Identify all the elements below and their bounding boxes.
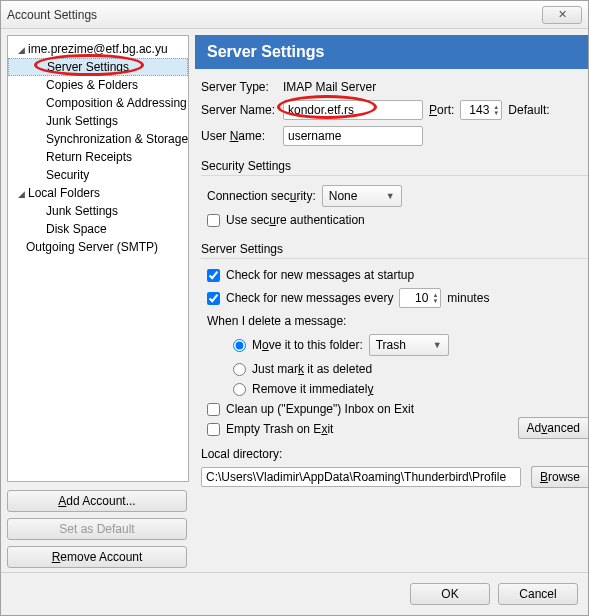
security-section: Connection security: None▼ Use secure au… [201,175,588,232]
account-settings-dialog: Account Settings ✕ ◢ime.prezime@etf.bg.a… [0,0,589,616]
check-startup-checkbox[interactable] [207,269,220,282]
mark-deleted-radio[interactable] [233,363,246,376]
account-email: ime.prezime@etf.bg.ac.yu [28,42,168,56]
move-folder-radio[interactable] [233,339,246,352]
trash-folder-select[interactable]: Trash▼ [369,334,449,356]
window-title: Account Settings [7,8,97,22]
remove-account-button[interactable]: Remove Account [7,546,187,568]
minutes-spinner[interactable]: ▲▼ [399,288,441,308]
port-spinner[interactable]: ▲▼ [460,100,502,120]
tree-account-root[interactable]: ◢ime.prezime@etf.bg.ac.yu [8,40,188,58]
check-every-checkbox[interactable] [207,292,220,305]
chevron-down-icon: ▼ [433,340,442,350]
local-dir-label: Local directory: [195,441,588,463]
port-input[interactable] [461,103,491,117]
tree-item-junk[interactable]: Junk Settings [8,112,188,130]
tree-item-copies-folders[interactable]: Copies & Folders [8,76,188,94]
row-empty-trash: Empty Trash on Exit [207,419,518,439]
row-server-type: Server Type: IMAP Mail Server [195,77,588,97]
row-mark-deleted: Just mark it as deleted [233,359,588,379]
row-secure-auth: Use secure authentication [207,210,588,230]
titlebar: Account Settings ✕ [1,1,588,29]
browse-button[interactable]: Browse [531,466,588,488]
tree-local-folders-root[interactable]: ◢Local Folders [8,184,188,202]
tree-item-return-receipts[interactable]: Return Receipts [8,148,188,166]
empty-trash-checkbox[interactable] [207,423,220,436]
window-close-button[interactable]: ✕ [542,6,582,24]
server-section-label: Server Settings [195,232,588,258]
panel-header: Server Settings [195,35,588,69]
server-type-label: Server Type: [201,80,277,94]
remove-immediately-label: Remove it immediately [252,382,373,396]
row-remove-immediately: Remove it immediately [233,379,588,399]
account-tree[interactable]: ◢ime.prezime@etf.bg.ac.yu Server Setting… [7,35,189,482]
spinner-arrows-icon[interactable]: ▲▼ [430,292,440,304]
settings-panel: Server Settings Server Type: IMAP Mail S… [195,35,588,572]
row-check-every: Check for new messages every ▲▼ minutes [207,285,588,311]
conn-sec-label: Connection security: [207,189,316,203]
check-every-label-pre: Check for new messages every [226,291,393,305]
collapse-icon: ◢ [18,45,26,55]
mark-deleted-label: Just mark it as deleted [252,362,372,376]
dialog-buttons: OK Cancel [1,572,588,615]
server-type-value: IMAP Mail Server [283,80,376,94]
when-delete-label: When I delete a message: [207,311,588,331]
default-label: Default: [508,103,549,117]
row-connection-security: Connection security: None▼ [207,182,588,210]
user-name-label: User Name: [201,129,277,143]
tree-item-composition[interactable]: Composition & Addressing [8,94,188,112]
secure-auth-label: Use secure authentication [226,213,365,227]
server-section: Check for new messages at startup Check … [201,258,588,441]
collapse-icon: ◢ [18,189,26,199]
local-dir-input[interactable] [201,467,521,487]
minutes-input[interactable] [400,291,430,305]
tree-item-server-settings[interactable]: Server Settings [8,58,188,76]
tree-item-local-junk[interactable]: Junk Settings [8,202,188,220]
local-folders-label: Local Folders [28,186,100,200]
row-server-name: Server Name: Port: ▲▼ Default: [195,97,588,123]
row-local-dir: Browse [195,463,588,491]
add-account-button[interactable]: Add Account... [7,490,187,512]
server-name-label: Server Name: [201,103,277,117]
clean-up-label: Clean up ("Expunge") Inbox on Exit [226,402,414,416]
tree-item-disk-space[interactable]: Disk Space [8,220,188,238]
move-folder-label: Move it to this folder: [252,338,363,352]
clean-up-checkbox[interactable] [207,403,220,416]
row-user-name: User Name: [195,123,588,149]
tree-item-security[interactable]: Security [8,166,188,184]
row-check-startup: Check for new messages at startup [207,265,588,285]
delete-options: Move it to this folder: Trash▼ Just mark… [207,331,588,399]
spinner-arrows-icon[interactable]: ▲▼ [491,104,501,116]
advanced-button[interactable]: Advanced [518,417,588,439]
check-every-label-post: minutes [447,291,489,305]
set-default-button[interactable]: Set as Default [7,518,187,540]
empty-trash-label: Empty Trash on Exit [226,422,333,436]
row-move-folder: Move it to this folder: Trash▼ [233,331,588,359]
security-section-label: Security Settings [195,149,588,175]
server-name-input[interactable] [283,100,423,120]
user-name-input[interactable] [283,126,423,146]
row-clean-up: Clean up ("Expunge") Inbox on Exit [207,399,518,419]
content-area: ◢ime.prezime@etf.bg.ac.yu Server Setting… [1,29,588,572]
chevron-down-icon: ▼ [386,191,395,201]
close-icon: ✕ [558,8,567,21]
tree-item-outgoing[interactable]: Outgoing Server (SMTP) [8,238,188,256]
check-startup-label: Check for new messages at startup [226,268,414,282]
secure-auth-checkbox[interactable] [207,214,220,227]
cancel-button[interactable]: Cancel [498,583,578,605]
tree-item-sync-storage[interactable]: Synchronization & Storage [8,130,188,148]
left-buttons: Add Account... Set as Default Remove Acc… [7,482,189,572]
conn-sec-select[interactable]: None▼ [322,185,402,207]
left-column: ◢ime.prezime@etf.bg.ac.yu Server Setting… [7,35,189,572]
remove-immediately-radio[interactable] [233,383,246,396]
port-label: Port: [429,103,454,117]
ok-button[interactable]: OK [410,583,490,605]
